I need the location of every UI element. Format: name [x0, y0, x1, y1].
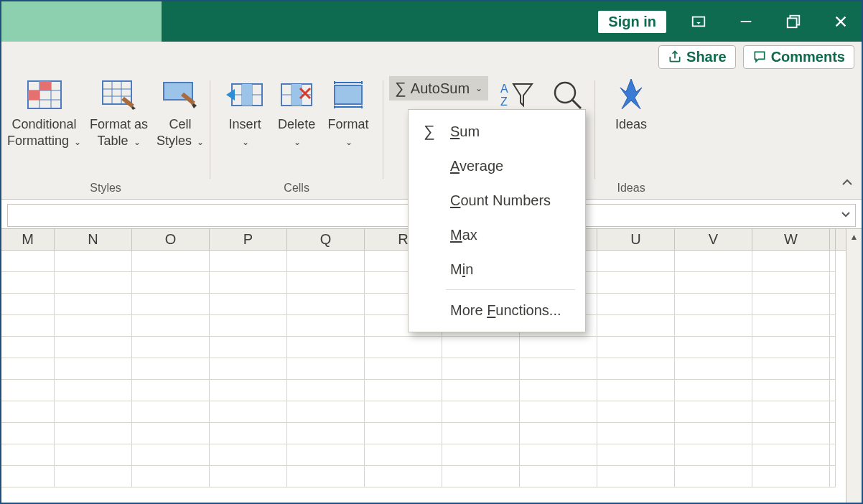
grid-cell[interactable]: [210, 444, 287, 466]
format-button[interactable]: Format⌄: [327, 75, 370, 149]
column-header[interactable]: N: [55, 229, 132, 250]
grid-cell[interactable]: [597, 315, 675, 337]
grid-cell[interactable]: [55, 423, 132, 444]
grid-cell[interactable]: [830, 380, 836, 401]
grid-cell[interactable]: [752, 358, 830, 380]
vertical-scrollbar[interactable]: ▲: [846, 229, 862, 504]
column-header[interactable]: W: [752, 229, 830, 250]
grid-cell[interactable]: [55, 444, 132, 466]
column-header[interactable]: O: [132, 229, 210, 250]
autosum-min-item[interactable]: Min: [409, 252, 585, 286]
ideas-button[interactable]: Ideas: [610, 75, 653, 133]
grid-cell[interactable]: [1, 401, 55, 423]
grid-cell[interactable]: [830, 401, 836, 423]
sign-in-button[interactable]: Sign in: [598, 11, 666, 33]
grid-cell[interactable]: [55, 315, 132, 337]
autosum-more-functions-item[interactable]: More Functions...: [409, 293, 585, 327]
grid-cell[interactable]: [287, 251, 365, 272]
grid-cell[interactable]: [675, 444, 752, 466]
grid-cell[interactable]: [1, 272, 55, 294]
grid-cell[interactable]: [55, 358, 132, 380]
grid-cell[interactable]: [55, 401, 132, 423]
grid-cell[interactable]: [287, 315, 365, 337]
grid-cell[interactable]: [210, 315, 287, 337]
grid-cell[interactable]: [597, 251, 675, 272]
grid-cell[interactable]: [210, 423, 287, 444]
grid-cell[interactable]: [287, 294, 365, 315]
conditional-formatting-button[interactable]: Conditional Formatting ⌄: [7, 75, 81, 149]
grid-cell[interactable]: [1, 423, 55, 444]
grid-cell[interactable]: [520, 380, 597, 401]
grid-cell[interactable]: [830, 272, 836, 294]
comments-button[interactable]: Comments: [743, 45, 854, 69]
grid-cell[interactable]: [365, 337, 442, 358]
grid-cell[interactable]: [752, 272, 830, 294]
grid-cell[interactable]: [675, 251, 752, 272]
grid-cell[interactable]: [442, 380, 520, 401]
formula-bar-expand-icon[interactable]: [839, 207, 852, 223]
grid-cell[interactable]: [752, 251, 830, 272]
grid-cell[interactable]: [1, 315, 55, 337]
grid-cell[interactable]: [597, 337, 675, 358]
grid-cell[interactable]: [1, 251, 55, 272]
grid-cell[interactable]: [752, 337, 830, 358]
grid-cell[interactable]: [830, 423, 836, 444]
grid-cell[interactable]: [520, 423, 597, 444]
grid-cell[interactable]: [675, 466, 752, 487]
grid-cell[interactable]: [365, 401, 442, 423]
grid-cell[interactable]: [1, 380, 55, 401]
grid-cell[interactable]: [287, 466, 365, 487]
column-header[interactable]: V: [675, 229, 752, 250]
grid-cell[interactable]: [132, 401, 210, 423]
grid-cell[interactable]: [675, 380, 752, 401]
column-header[interactable]: [830, 229, 836, 250]
grid-cell[interactable]: [55, 272, 132, 294]
grid-cell[interactable]: [132, 380, 210, 401]
grid-cell[interactable]: [675, 315, 752, 337]
grid-cell[interactable]: [1, 466, 55, 487]
grid-cell[interactable]: [287, 444, 365, 466]
grid-cell[interactable]: [287, 272, 365, 294]
column-header[interactable]: P: [210, 229, 287, 250]
grid-cell[interactable]: [1, 358, 55, 380]
grid-cell[interactable]: [442, 401, 520, 423]
grid-cell[interactable]: [675, 423, 752, 444]
column-header[interactable]: U: [597, 229, 675, 250]
grid-cell[interactable]: [55, 380, 132, 401]
grid-cell[interactable]: [287, 337, 365, 358]
grid-cell[interactable]: [520, 401, 597, 423]
autosum-button[interactable]: ∑ AutoSum ⌄: [389, 76, 488, 101]
grid-cell[interactable]: [752, 466, 830, 487]
grid-cell[interactable]: [210, 251, 287, 272]
autosum-average-item[interactable]: Average: [409, 149, 585, 183]
grid-cell[interactable]: [442, 337, 520, 358]
grid-cell[interactable]: [675, 294, 752, 315]
grid-cell[interactable]: [132, 358, 210, 380]
collapse-ribbon-icon[interactable]: [840, 176, 854, 193]
grid-cell[interactable]: [287, 401, 365, 423]
grid-cell[interactable]: [830, 337, 836, 358]
restore-icon[interactable]: [778, 6, 808, 37]
grid-cell[interactable]: [442, 423, 520, 444]
grid-cell[interactable]: [210, 272, 287, 294]
grid-cell[interactable]: [132, 315, 210, 337]
grid-cell[interactable]: [287, 380, 365, 401]
grid-cell[interactable]: [520, 466, 597, 487]
grid-cell[interactable]: [597, 294, 675, 315]
grid-cell[interactable]: [752, 315, 830, 337]
share-button[interactable]: Share: [658, 45, 736, 69]
grid-cell[interactable]: [520, 337, 597, 358]
grid-cell[interactable]: [365, 358, 442, 380]
column-header[interactable]: Q: [287, 229, 365, 250]
grid-cell[interactable]: [210, 380, 287, 401]
cell-styles-button[interactable]: Cell Styles ⌄: [157, 75, 204, 149]
grid-cell[interactable]: [365, 380, 442, 401]
autosum-count-item[interactable]: Count Numbers: [409, 183, 585, 218]
grid-cell[interactable]: [830, 466, 836, 487]
grid-cell[interactable]: [132, 294, 210, 315]
grid-cell[interactable]: [55, 294, 132, 315]
grid-cell[interactable]: [1, 337, 55, 358]
grid-cell[interactable]: [132, 466, 210, 487]
grid-cell[interactable]: [830, 444, 836, 466]
grid-cell[interactable]: [365, 444, 442, 466]
